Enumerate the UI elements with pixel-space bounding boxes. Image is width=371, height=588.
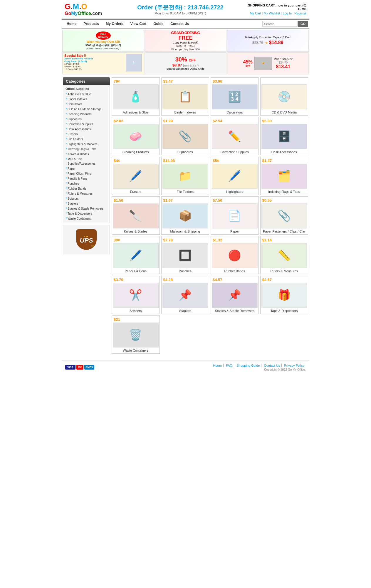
banner-plier-stapler[interactable]: 45% OFF 🔫 Plier Stapler $24.70 $13.41 — [227, 52, 309, 74]
product-cell[interactable]: $5.00🗄️Desk Accessories — [260, 117, 308, 155]
categories-list: Office Supplies »Adhesives & Glue »Binde… — [63, 85, 110, 223]
footer-faq-link[interactable]: FAQ — [224, 364, 234, 367]
banner-free-delivery[interactable]: FreeDelivery When you buy Over $50 $50이상… — [62, 30, 144, 52]
product-cell[interactable]: $3.47📋Binder Indexes — [161, 77, 209, 116]
sidebar-item[interactable]: »Cleaning Products — [66, 112, 107, 117]
product-name: Rubber Bands — [212, 269, 258, 273]
product-cell[interactable]: $7.50📄Paper — [211, 196, 259, 235]
login-link[interactable]: Log In — [283, 11, 292, 15]
product-cell[interactable]: $3.70✂️Scissors — [112, 276, 160, 314]
product-name: Mailroom & Shipping — [162, 230, 208, 233]
product-cell[interactable]: $14.98📁File Folders — [161, 157, 209, 195]
product-name: Pencils & Pens — [113, 269, 159, 273]
product-cell[interactable]: $7.78🔲Punches — [161, 236, 209, 274]
product-cell[interactable]: 30¢🖊️Pencils & Pens — [112, 236, 160, 274]
product-image: 🔲 — [162, 243, 208, 268]
product-cell[interactable]: $2.82🧼Cleaning Products — [112, 117, 160, 155]
sidebar-item[interactable]: »Scissors — [66, 196, 107, 201]
sidebar-item[interactable]: »Correction Supplies — [66, 122, 107, 127]
nav-guide[interactable]: Guide — [150, 20, 167, 28]
nav-home[interactable]: Home — [63, 20, 80, 28]
product-cell[interactable]: $1.14📏Rulers & Measures — [260, 236, 308, 274]
product-name: Adhesives & Glue — [113, 111, 159, 114]
phone-label: Order (주문전화) : 213.746.2722 — [116, 4, 245, 11]
product-name: Correction Supplies — [212, 150, 258, 154]
footer-privacy-policy-link[interactable]: Privacy Policy — [283, 364, 306, 367]
product-price: $2.67 — [261, 278, 307, 283]
product-cell[interactable]: $1.32🔴Rubber Bands — [211, 236, 259, 274]
product-cell[interactable]: $4.57📌Staples & Staple Removers — [211, 276, 259, 314]
product-cell[interactable]: $1.56🔪Knives & Blades — [112, 196, 160, 235]
sidebar-item[interactable]: »Staples & Staple Removers — [66, 206, 107, 211]
product-cell[interactable]: $1.67📦Mailroom & Shipping — [161, 196, 209, 235]
product-name: Paper Fasteners / Clips / Clar — [261, 230, 307, 233]
banner-correction-tape[interactable]: Side-Apply Correction Tape - 10 Each $28… — [227, 30, 309, 52]
sidebar-item[interactable]: »Punches — [66, 181, 107, 186]
nav-view-cart[interactable]: View Cart — [127, 20, 150, 28]
sidebar-item[interactable]: »Indexing Flags & Tabs — [66, 147, 107, 152]
sidebar-item[interactable]: »Paper Clips / Pins — [66, 171, 107, 176]
product-cell[interactable]: $1.47🗂️Indexing Flags & Tabs — [260, 157, 308, 195]
banner-grand-opening[interactable]: GRAND OPENING FREE Copy Paper (1 Pack) $… — [145, 30, 226, 52]
product-cell[interactable]: $2.54✏️Correction Supplies — [211, 117, 259, 155]
sidebar-item[interactable]: »Rubber Bands — [66, 186, 107, 191]
sidebar-item[interactable]: »Mail & Ship Supplies/Accessories — [66, 157, 107, 166]
sidebar-item[interactable]: »Rulers & Measures — [66, 191, 107, 196]
product-cell[interactable]: 💿CD & DVD Media — [260, 77, 308, 116]
sidebar-item[interactable]: »Tape & Dispensers — [66, 211, 107, 216]
payment-cards: VISA MC AMEX — [65, 365, 94, 370]
sidebar-item[interactable]: »Staplers — [66, 201, 107, 206]
nav-products[interactable]: Products — [80, 20, 102, 28]
sidebar-item[interactable]: »Desk Accessories — [66, 127, 107, 132]
sidebar-item[interactable]: »Binder Indexes — [66, 97, 107, 102]
my-wishlist-link[interactable]: My Wishlist — [264, 11, 280, 15]
banner-special-sale[interactable]: Special Sale !! Xerox 4200 Multi-Purpose… — [62, 52, 144, 74]
register-link[interactable]: Register — [294, 11, 306, 15]
product-price: 30¢ — [113, 238, 159, 243]
footer: VISA MC AMEX Home FAQ Shopping Guide Con… — [62, 360, 309, 374]
product-cell[interactable]: $1.99📎Clipboards — [161, 117, 209, 155]
product-name: Paper — [212, 230, 258, 233]
product-cell[interactable]: $4.28📌Staplers — [161, 276, 209, 314]
main-content: Categories Office Supplies »Adhesives & … — [62, 76, 309, 355]
product-cell[interactable]: 79¢🧴Adhesives & Glue — [112, 77, 160, 116]
logo-area: G.M.O GoMyOffice.com — [65, 2, 116, 16]
search-button[interactable]: GO — [298, 21, 308, 27]
footer-contact-us-link[interactable]: Contact Us — [263, 364, 282, 367]
sidebar-item[interactable]: »File Folders — [66, 137, 107, 142]
product-price: $0.55 — [261, 198, 307, 203]
search-input[interactable] — [262, 21, 298, 27]
product-name: Calculators — [212, 111, 258, 114]
sidebar-item[interactable]: »Calculators — [66, 102, 107, 107]
nav-my-orders[interactable]: My Orders — [102, 20, 127, 28]
sidebar-item[interactable]: »Highlighters & Markers — [66, 142, 107, 147]
banner-utility-knife[interactable]: 30% OFF $8.87 (was $12.67) Sparco Automa… — [145, 52, 226, 74]
product-price: $1.67 — [162, 198, 208, 203]
sidebar-item[interactable]: »Pencils & Pens — [66, 176, 107, 181]
phone-area: Order (주문전화) : 213.746.2722 Mon to Fri 8… — [116, 4, 245, 15]
product-cell[interactable]: $0.55📎Paper Fasteners / Clips / Clar — [260, 196, 308, 235]
product-cell[interactable]: $21🗑️Waste Containers — [112, 315, 160, 354]
product-cell[interactable]: $3.96🔢Calculators — [211, 77, 259, 116]
product-name: Staples & Staple Removers — [212, 309, 258, 313]
product-price: $3.96 — [212, 79, 258, 84]
sidebar-item[interactable]: »CD/DVD & Media Storage — [66, 107, 107, 112]
product-price: $4.57 — [212, 278, 258, 283]
product-image: 💿 — [261, 84, 307, 109]
sidebar-item[interactable]: »Paper — [66, 166, 107, 171]
sidebar-item[interactable]: »Erasers — [66, 132, 107, 137]
product-cell[interactable]: $4¢🖊️Erasers — [112, 157, 160, 195]
footer-shopping-guide-link[interactable]: Shopping Guide — [235, 364, 262, 367]
my-cart-link[interactable]: My Cart — [250, 11, 261, 15]
nav-contact-us[interactable]: Contact Us — [167, 20, 192, 28]
footer-home-link[interactable]: Home — [211, 364, 223, 367]
sidebar-item[interactable]: »Waste Containers — [66, 216, 107, 221]
sidebar-item[interactable]: »Knives & Blades — [66, 152, 107, 157]
product-name: Scissors — [113, 309, 159, 313]
sidebar-item[interactable]: »Clipboards — [66, 117, 107, 122]
product-cell[interactable]: $5¢🖊️Highlighters — [211, 157, 259, 195]
sidebar-item[interactable]: »Adhesives & Glue — [66, 92, 107, 97]
product-name: Punches — [162, 269, 208, 273]
product-cell[interactable]: $2.67🎁Tape & Dispensers — [260, 276, 308, 314]
product-image: 🔴 — [212, 243, 258, 268]
